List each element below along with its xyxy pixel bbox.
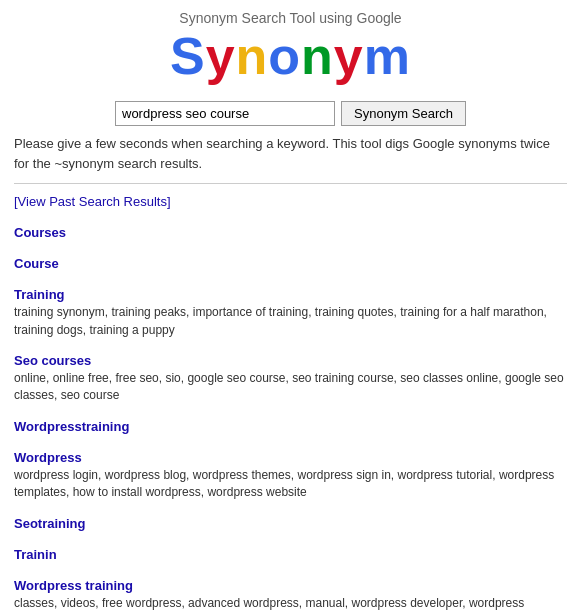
logo-letter-s: S [170,27,206,85]
result-title-link[interactable]: Wordpress [14,450,82,465]
divider [14,183,567,184]
search-button[interactable]: Synonym Search [341,101,466,126]
search-description: Please give a few seconds when searching… [14,134,567,173]
logo-letter-n1: n [236,27,269,85]
view-past-results-link[interactable]: [View Past Search Results] [14,194,171,209]
result-item: Trainin [14,547,567,564]
result-item: Course [14,256,567,273]
result-item: Wordpresstraining [14,419,567,436]
result-description: classes, videos, free wordpress, advance… [14,595,567,611]
result-title-link[interactable]: Courses [14,225,66,240]
result-title-link[interactable]: Wordpresstraining [14,419,129,434]
result-title-link[interactable]: Seo courses [14,353,91,368]
result-description: online, online free, free seo, sio, goog… [14,370,567,405]
search-input[interactable] [115,101,335,126]
result-item: Trainingtraining synonym, training peaks… [14,287,567,339]
result-item: Wordpresswordpress login, wordpress blog… [14,450,567,502]
result-item: Wordpress trainingclasses, videos, free … [14,578,567,611]
logo-letter-m: m [364,27,411,85]
result-item: Seo coursesonline, online free, free seo… [14,353,567,405]
search-bar: Synonym Search [14,101,567,126]
result-title-link[interactable]: Course [14,256,59,271]
logo-letter-n2: n [301,27,334,85]
logo: Synonym [14,28,567,85]
logo-letter-y2: y [334,27,364,85]
page-header: Synonym Search Tool using Google Synonym [14,10,567,85]
results-list: CoursesCourseTrainingtraining synonym, t… [14,225,567,611]
result-title-link[interactable]: Trainin [14,547,57,562]
result-description: wordpress login, wordpress blog, wordpre… [14,467,567,502]
result-title-link[interactable]: Training [14,287,65,302]
logo-letter-y1: y [206,27,236,85]
result-title-link[interactable]: Wordpress training [14,578,133,593]
result-item: Courses [14,225,567,242]
result-description: training synonym, training peaks, import… [14,304,567,339]
logo-letter-o: o [268,27,301,85]
result-title-link[interactable]: Seotraining [14,516,86,531]
result-item: Seotraining [14,516,567,533]
header-subtitle: Synonym Search Tool using Google [14,10,567,26]
